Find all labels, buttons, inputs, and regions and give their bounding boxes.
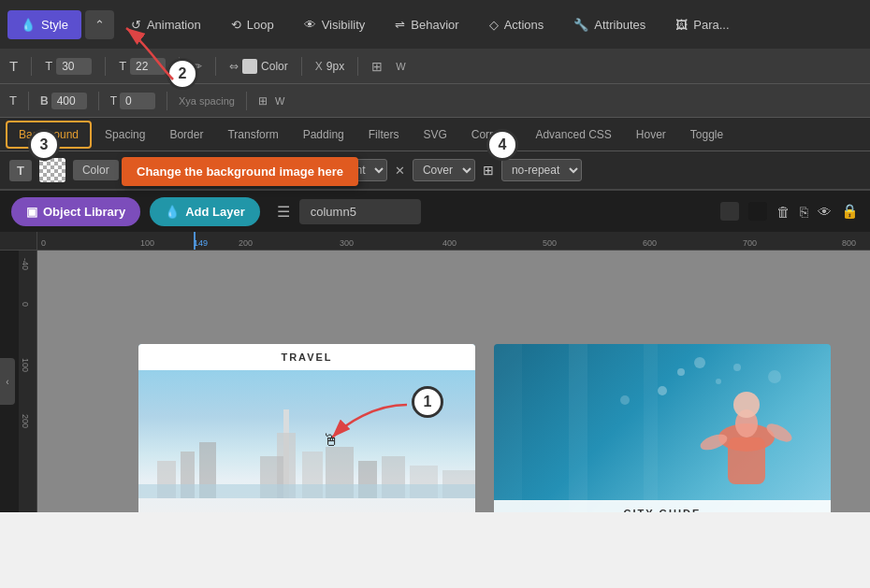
bg-checker-btn[interactable] [39,158,65,182]
tab-style[interactable]: 💧 Style [7,10,81,39]
text-t-icon-group: T [9,93,17,108]
sep-1 [31,57,32,76]
svg-rect-12 [138,484,475,498]
tab-hover[interactable]: Hover [625,122,677,147]
tab-advanced-css[interactable]: Advanced CSS [524,122,622,147]
svg-rect-26 [494,344,522,512]
ruler-position-indicator [194,232,196,250]
hamburger-icon: ☰ [277,203,290,221]
ruler-v-200: 200 [21,414,30,428]
left-panel-handle[interactable]: ‹ [0,358,15,405]
add-layer-icon: 💧 [165,205,180,219]
water-card[interactable]: CITY GUIDE [494,344,831,512]
color-label: Color [261,60,288,73]
tab-svg[interactable]: SVG [412,122,457,147]
tab-toggle[interactable]: Toggle [679,122,734,147]
ruler-mark-149: 149 [194,238,208,248]
ruler-row: 0 100 149 200 300 400 500 600 700 800 [0,232,870,251]
tab-attributes[interactable]: 🔧 Attributes [560,10,659,39]
tab-loop[interactable]: ⟲ Loop [218,10,287,39]
tab-transform[interactable]: Transform [216,122,289,147]
annotation-3: 3 [28,129,60,161]
font-weight-input[interactable] [51,93,87,109]
tab-filters[interactable]: Filters [357,122,411,147]
svg-rect-23 [728,437,765,484]
font-size-input[interactable] [56,58,92,75]
canvas-trash-icon[interactable]: 🗑 [776,204,790,220]
layer-name-input[interactable] [299,199,421,224]
font-size-group: T [45,58,92,75]
tab-visibility[interactable]: 👁 Visibility [291,10,379,39]
color-swatch[interactable] [242,59,257,74]
vertical-ruler: -40 0 100 200 [19,251,37,512]
font-type-indicator: T [9,58,18,74]
ruler-corner [0,232,37,251]
sep-5 [301,57,302,76]
canvas-color-swatch-dark[interactable] [748,202,767,221]
mouse-cursor: 🖱 [323,431,340,451]
ruler-mark-400: 400 [442,238,457,248]
grid-layout-icon: ⊞ [371,59,383,74]
canvas-lock-icon[interactable]: 🔒 [841,203,859,220]
ruler-mark-800: 800 [842,238,856,248]
x-icon: ✕ [395,164,405,178]
canvas-right-icons: 🗑 ⎘ 👁 🔒 [720,202,859,221]
svg-point-14 [694,357,705,368]
water-svg [494,344,831,512]
w-icon-2: W [275,95,284,107]
secondary-tabs: Background Spacing Border Transform Padd… [0,118,870,151]
grid-icon: ⊞ [371,59,383,74]
city-skyline-svg [138,405,475,498]
svg-rect-27 [569,344,587,512]
tab-parallax[interactable]: 🖼 Para... [662,10,742,39]
svg-point-19 [620,395,630,405]
ruler-mark-600: 600 [643,238,657,248]
letter-spacing-label: Xya spacing [179,95,235,107]
bg-repeat-select[interactable]: no-repeat [501,159,582,181]
add-layer-button[interactable]: 💧 Add Layer [150,197,260,226]
tab-behavior[interactable]: ⇌ Behavior [382,10,471,39]
sep2-2 [98,92,99,110]
object-library-icon: ▣ [26,205,37,219]
object-library-button[interactable]: ▣ Object Library [11,197,140,226]
svg-point-16 [658,386,667,395]
font-t2-icon: T [45,59,52,73]
ruler-mark-100: 100 [140,238,154,248]
canvas-eye-icon[interactable]: 👁 [818,204,832,220]
canvas-color-swatch-light[interactable] [720,202,739,221]
city-card[interactable]: TRAVEL [138,344,475,512]
ruler-v-neg: -40 [21,258,30,270]
x-value: 9px [326,60,344,73]
canvas-copy-icon[interactable]: ⎘ [800,204,808,220]
tab-padding[interactable]: Padding [292,122,355,147]
tab-spacing[interactable]: Spacing [94,122,156,147]
svg-point-17 [733,364,741,371]
behavior-icon: ⇌ [395,18,405,32]
ruler-mark-700: 700 [743,238,757,248]
sep-4 [215,57,216,76]
attributes-icon: 🔧 [573,18,588,32]
bg-toolbar: Change the background image here T Color… [0,151,870,191]
tab-actions[interactable]: ◇ Actions [476,10,558,39]
city-card-footer: TRAVEL [138,344,475,370]
indent-input[interactable] [120,93,155,109]
visibility-icon: 👁 [304,18,316,32]
bg-size-select[interactable]: Cover [413,159,475,181]
bg-color-btn[interactable]: Color [73,160,119,180]
text-icon-2: T [9,93,17,108]
ruler-mark-500: 500 [543,238,557,248]
svg-point-22 [733,392,760,418]
position-group: X 9px [315,60,344,73]
svg-rect-28 [644,344,658,512]
font-t-icon: T [9,58,18,74]
bg-text-btn[interactable]: T [9,160,32,181]
ruler-v-0: 0 [21,302,30,307]
tab-border[interactable]: Border [158,122,214,147]
annotation-2-arrow [94,19,206,93]
bold-group: B [40,93,87,109]
annotation-4: 4 [486,129,518,161]
color-group[interactable]: ⇔ Color [229,59,288,74]
horizontal-ruler: 0 100 149 200 300 400 500 600 700 800 [37,232,870,251]
width-indicator: W [396,61,405,72]
style-icon: 💧 [21,18,36,32]
